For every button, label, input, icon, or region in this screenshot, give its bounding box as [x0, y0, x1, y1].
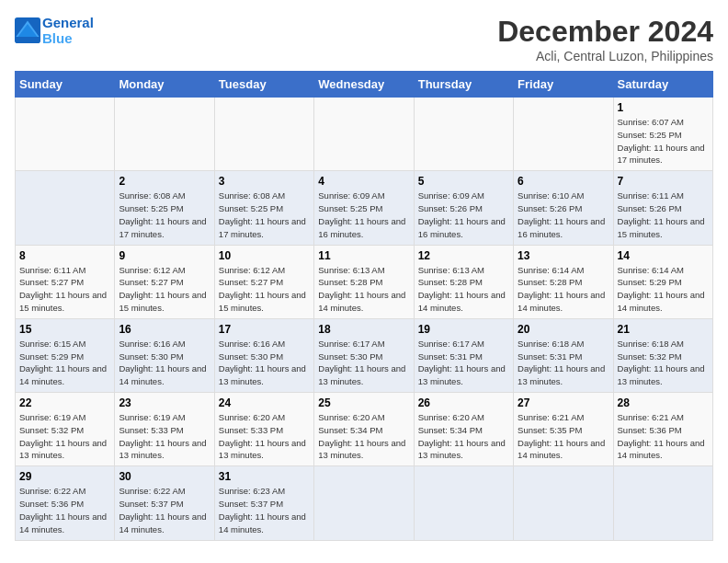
page-header: General Blue December 2024 Acli, Central… — [15, 15, 713, 63]
day-number: 12 — [418, 249, 509, 262]
day-info: Sunrise: 6:15 AMSunset: 5:29 PMDaylight:… — [19, 339, 107, 386]
day-number: 6 — [518, 175, 609, 188]
day-cell — [514, 98, 613, 171]
day-number: 25 — [318, 396, 409, 409]
day-cell: 2 Sunrise: 6:08 AMSunset: 5:25 PMDayligh… — [115, 171, 214, 245]
location: Acli, Central Luzon, Philippines — [497, 49, 713, 63]
day-cell — [314, 466, 414, 540]
day-cell: 31 Sunrise: 6:23 AMSunset: 5:37 PMDaylig… — [214, 466, 313, 540]
day-cell: 30 Sunrise: 6:22 AMSunset: 5:37 PMDaylig… — [115, 466, 214, 540]
day-info: Sunrise: 6:07 AMSunset: 5:25 PMDaylight:… — [618, 117, 705, 165]
logo-text-line1: General — [42, 15, 94, 30]
day-cell: 3 Sunrise: 6:08 AMSunset: 5:25 PMDayligh… — [214, 171, 313, 245]
day-cell: 27 Sunrise: 6:21 AMSunset: 5:35 PMDaylig… — [514, 393, 613, 466]
day-number: 29 — [19, 470, 110, 483]
day-cell — [414, 466, 513, 540]
day-cell: 7 Sunrise: 6:11 AMSunset: 5:26 PMDayligh… — [613, 171, 712, 245]
day-info: Sunrise: 6:20 AMSunset: 5:33 PMDaylight:… — [219, 412, 306, 460]
day-info: Sunrise: 6:12 AMSunset: 5:27 PMDaylight:… — [119, 265, 206, 313]
day-cell — [514, 466, 613, 540]
calendar-table: SundayMondayTuesdayWednesdayThursdayFrid… — [15, 71, 713, 541]
week-row-2: 2 Sunrise: 6:08 AMSunset: 5:25 PMDayligh… — [16, 171, 713, 245]
day-number: 21 — [618, 323, 709, 336]
title-area: December 2024 Acli, Central Luzon, Phili… — [497, 15, 713, 63]
day-number: 1 — [618, 101, 709, 114]
day-number: 30 — [119, 470, 210, 483]
day-cell: 19 Sunrise: 6:17 AMSunset: 5:31 PMDaylig… — [414, 318, 513, 392]
day-info: Sunrise: 6:13 AMSunset: 5:28 PMDaylight:… — [318, 265, 405, 313]
day-info: Sunrise: 6:12 AMSunset: 5:27 PMDaylight:… — [219, 265, 306, 313]
day-number: 28 — [618, 396, 709, 409]
day-cell: 9 Sunrise: 6:12 AMSunset: 5:27 PMDayligh… — [115, 245, 214, 318]
header-cell-friday: Friday — [514, 72, 613, 98]
week-row-5: 22 Sunrise: 6:19 AMSunset: 5:32 PMDaylig… — [16, 393, 713, 466]
day-cell: 25 Sunrise: 6:20 AMSunset: 5:34 PMDaylig… — [314, 393, 414, 466]
day-info: Sunrise: 6:13 AMSunset: 5:28 PMDaylight:… — [418, 265, 506, 313]
month-title: December 2024 — [497, 15, 713, 49]
day-number: 24 — [219, 396, 310, 409]
day-info: Sunrise: 6:14 AMSunset: 5:28 PMDaylight:… — [518, 265, 605, 313]
day-number: 16 — [119, 323, 210, 336]
day-cell: 23 Sunrise: 6:19 AMSunset: 5:33 PMDaylig… — [115, 393, 214, 466]
day-number: 18 — [318, 323, 409, 336]
day-info: Sunrise: 6:21 AMSunset: 5:35 PMDaylight:… — [518, 412, 605, 460]
day-cell — [16, 98, 115, 171]
header-cell-sunday: Sunday — [16, 72, 115, 98]
day-cell — [414, 98, 513, 171]
calendar-header: SundayMondayTuesdayWednesdayThursdayFrid… — [16, 72, 713, 98]
day-cell: 26 Sunrise: 6:20 AMSunset: 5:34 PMDaylig… — [414, 393, 513, 466]
day-number: 13 — [518, 249, 609, 262]
day-info: Sunrise: 6:17 AMSunset: 5:30 PMDaylight:… — [318, 339, 405, 386]
day-cell: 22 Sunrise: 6:19 AMSunset: 5:32 PMDaylig… — [16, 393, 115, 466]
week-row-6: 29 Sunrise: 6:22 AMSunset: 5:36 PMDaylig… — [16, 466, 713, 540]
day-info: Sunrise: 6:16 AMSunset: 5:30 PMDaylight:… — [119, 339, 206, 386]
day-cell: 6 Sunrise: 6:10 AMSunset: 5:26 PMDayligh… — [514, 171, 613, 245]
day-number: 4 — [318, 175, 409, 188]
day-cell — [16, 171, 115, 245]
logo-text-line2: Blue — [42, 30, 94, 46]
day-cell — [214, 98, 313, 171]
day-cell: 10 Sunrise: 6:12 AMSunset: 5:27 PMDaylig… — [214, 245, 313, 318]
day-info: Sunrise: 6:21 AMSunset: 5:36 PMDaylight:… — [618, 412, 705, 460]
day-number: 27 — [518, 396, 609, 409]
day-info: Sunrise: 6:23 AMSunset: 5:37 PMDaylight:… — [219, 486, 306, 534]
day-info: Sunrise: 6:09 AMSunset: 5:25 PMDaylight:… — [318, 190, 405, 238]
day-info: Sunrise: 6:08 AMSunset: 5:25 PMDaylight:… — [119, 190, 206, 238]
day-number: 26 — [418, 396, 509, 409]
day-cell: 28 Sunrise: 6:21 AMSunset: 5:36 PMDaylig… — [613, 393, 712, 466]
day-cell: 15 Sunrise: 6:15 AMSunset: 5:29 PMDaylig… — [16, 318, 115, 392]
header-cell-monday: Monday — [115, 72, 214, 98]
day-info: Sunrise: 6:11 AMSunset: 5:27 PMDaylight:… — [19, 265, 107, 313]
day-info: Sunrise: 6:08 AMSunset: 5:25 PMDaylight:… — [219, 190, 306, 238]
logo: General Blue — [15, 15, 94, 46]
day-number: 7 — [618, 175, 709, 188]
day-cell: 11 Sunrise: 6:13 AMSunset: 5:28 PMDaylig… — [314, 245, 414, 318]
header-cell-wednesday: Wednesday — [314, 72, 414, 98]
day-info: Sunrise: 6:16 AMSunset: 5:30 PMDaylight:… — [219, 339, 306, 386]
day-cell: 20 Sunrise: 6:18 AMSunset: 5:31 PMDaylig… — [514, 318, 613, 392]
day-number: 31 — [219, 470, 310, 483]
day-cell — [115, 98, 214, 171]
day-info: Sunrise: 6:20 AMSunset: 5:34 PMDaylight:… — [418, 412, 506, 460]
day-info: Sunrise: 6:22 AMSunset: 5:36 PMDaylight:… — [19, 486, 107, 534]
day-info: Sunrise: 6:18 AMSunset: 5:32 PMDaylight:… — [618, 339, 705, 386]
day-number: 22 — [19, 396, 110, 409]
day-info: Sunrise: 6:14 AMSunset: 5:29 PMDaylight:… — [618, 265, 705, 313]
day-info: Sunrise: 6:18 AMSunset: 5:31 PMDaylight:… — [518, 339, 605, 386]
day-info: Sunrise: 6:20 AMSunset: 5:34 PMDaylight:… — [318, 412, 405, 460]
day-cell: 24 Sunrise: 6:20 AMSunset: 5:33 PMDaylig… — [214, 393, 313, 466]
day-number: 2 — [119, 175, 210, 188]
day-cell: 5 Sunrise: 6:09 AMSunset: 5:26 PMDayligh… — [414, 171, 513, 245]
day-cell: 13 Sunrise: 6:14 AMSunset: 5:28 PMDaylig… — [514, 245, 613, 318]
week-row-3: 8 Sunrise: 6:11 AMSunset: 5:27 PMDayligh… — [16, 245, 713, 318]
header-cell-saturday: Saturday — [613, 72, 712, 98]
day-info: Sunrise: 6:11 AMSunset: 5:26 PMDaylight:… — [618, 190, 705, 238]
day-cell: 16 Sunrise: 6:16 AMSunset: 5:30 PMDaylig… — [115, 318, 214, 392]
day-cell: 12 Sunrise: 6:13 AMSunset: 5:28 PMDaylig… — [414, 245, 513, 318]
day-cell: 1 Sunrise: 6:07 AMSunset: 5:25 PMDayligh… — [613, 98, 712, 171]
header-row: SundayMondayTuesdayWednesdayThursdayFrid… — [16, 72, 713, 98]
header-cell-tuesday: Tuesday — [214, 72, 313, 98]
day-info: Sunrise: 6:10 AMSunset: 5:26 PMDaylight:… — [518, 190, 605, 238]
day-cell: 14 Sunrise: 6:14 AMSunset: 5:29 PMDaylig… — [613, 245, 712, 318]
day-number: 15 — [19, 323, 110, 336]
